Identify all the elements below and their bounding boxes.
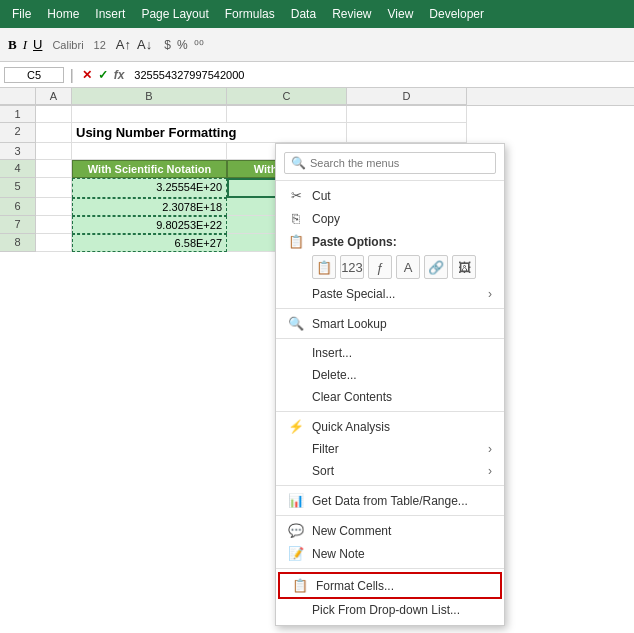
font-size-down[interactable]: A↓ [137,37,152,52]
cell-a4[interactable] [36,160,72,178]
menu-view[interactable]: View [380,3,422,25]
cell-b7[interactable]: 9.80253E+22 [72,216,227,234]
menu-page-layout[interactable]: Page Layout [133,3,216,25]
paste-icon-5[interactable]: 🔗 [424,255,448,279]
cell-a6[interactable] [36,198,72,216]
new-comment-label: New Comment [312,524,391,538]
smart-lookup-icon: 🔍 [288,316,304,331]
format-cells-icon: 📋 [292,578,308,593]
filter-menu-item[interactable]: Filter › [276,438,504,460]
cell-a1[interactable] [36,106,72,123]
menu-formulas[interactable]: Formulas [217,3,283,25]
separator [276,515,504,516]
cut-menu-item[interactable]: ✂ Cut [276,184,504,207]
column-headers: A B C D [0,88,634,106]
cell-b4[interactable]: With Scientific Notation [72,160,227,178]
pick-dropdown-menu-item[interactable]: Pick From Drop-down List... [276,599,504,621]
cell-a8[interactable] [36,234,72,252]
row-header-4[interactable]: 4 [0,160,36,178]
cell-b6[interactable]: 2.3078E+18 [72,198,227,216]
confirm-icon[interactable]: ✓ [96,68,110,82]
row-header-1[interactable]: 1 [0,106,36,123]
separator [276,338,504,339]
font-name[interactable]: Calibri [52,39,83,51]
cell-b5[interactable]: 3.25554E+20 [72,178,227,198]
col-header-c[interactable]: C [227,88,347,105]
get-data-label: Get Data from Table/Range... [312,494,468,508]
comma-icon[interactable]: ⁰⁰ [194,38,204,52]
format-cells-menu-item[interactable]: 📋 Format Cells... [278,572,502,599]
search-input[interactable] [310,157,489,169]
copy-icon: ⎘ [288,211,304,226]
font-size-up[interactable]: A↑ [116,37,131,52]
cell-a2[interactable] [36,123,72,143]
formula-bar: C5 | ✕ ✓ fx 325554327997542000 [0,62,634,88]
dollar-icon[interactable]: $ [164,38,171,52]
cell-d2[interactable] [347,123,467,143]
sort-label: Sort [312,464,334,478]
cell-d1[interactable] [347,106,467,123]
font-size[interactable]: 12 [94,39,106,51]
sort-arrow: › [488,464,492,478]
function-icon[interactable]: fx [112,68,127,82]
insert-menu-item[interactable]: Insert... [276,342,504,364]
cut-icon: ✂ [288,188,304,203]
paste-icon-2[interactable]: 123 [340,255,364,279]
formula-input[interactable]: 325554327997542000 [134,69,630,81]
bold-button[interactable]: B [8,37,17,53]
sort-menu-item[interactable]: Sort › [276,460,504,482]
new-comment-menu-item[interactable]: 💬 New Comment [276,519,504,542]
paste-special-label: Paste Special... [312,287,395,301]
separator [276,568,504,569]
paste-icons-row: 📋 123 ƒ A 🔗 🖼 [276,253,504,283]
menu-review[interactable]: Review [324,3,379,25]
menu-insert[interactable]: Insert [87,3,133,25]
delete-menu-item[interactable]: Delete... [276,364,504,386]
cell-c1[interactable] [227,106,347,123]
menu-file[interactable]: File [4,3,39,25]
cancel-icon[interactable]: ✕ [80,68,94,82]
menu-data[interactable]: Data [283,3,324,25]
cell-a5[interactable] [36,178,72,198]
col-header-a[interactable]: A [36,88,72,105]
context-menu: 🔍 ✂ Cut ⎘ Copy 📋 Paste Options: 📋 123 ƒ … [275,143,505,626]
clear-contents-menu-item[interactable]: Clear Contents [276,386,504,408]
italic-button[interactable]: I [23,37,27,53]
get-data-menu-item[interactable]: 📊 Get Data from Table/Range... [276,489,504,512]
cell-a3[interactable] [36,143,72,160]
col-header-d[interactable]: D [347,88,467,105]
cell-b8[interactable]: 6.58E+27 [72,234,227,252]
row-header-8[interactable]: 8 [0,234,36,252]
quick-analysis-icon: ⚡ [288,419,304,434]
row-header-6[interactable]: 6 [0,198,36,216]
menu-home[interactable]: Home [39,3,87,25]
cell-b2[interactable]: Using Number Formatting [72,123,347,143]
format-cells-label: Format Cells... [316,579,394,593]
cell-a7[interactable] [36,216,72,234]
smart-lookup-menu-item[interactable]: 🔍 Smart Lookup [276,312,504,335]
new-note-icon: 📝 [288,546,304,561]
cell-b3[interactable] [72,143,227,160]
row-header-2[interactable]: 2 [0,123,36,143]
row-header-3[interactable]: 3 [0,143,36,160]
get-data-icon: 📊 [288,493,304,508]
percent-icon[interactable]: % [177,38,188,52]
paste-icon-3[interactable]: ƒ [368,255,392,279]
copy-menu-item[interactable]: ⎘ Copy [276,207,504,230]
quick-analysis-label: Quick Analysis [312,420,390,434]
paste-special-menu-item[interactable]: Paste Special... › [276,283,504,305]
cell-b1[interactable] [72,106,227,123]
new-note-menu-item[interactable]: 📝 New Note [276,542,504,565]
row-header-7[interactable]: 7 [0,216,36,234]
col-header-b[interactable]: B [72,88,227,105]
name-box[interactable]: C5 [4,67,64,83]
underline-button[interactable]: U [33,37,42,52]
context-menu-search[interactable]: 🔍 [284,152,496,174]
quick-analysis-menu-item[interactable]: ⚡ Quick Analysis [276,415,504,438]
paste-icon-6[interactable]: 🖼 [452,255,476,279]
paste-icon-4[interactable]: A [396,255,420,279]
paste-icon-1[interactable]: 📋 [312,255,336,279]
row-header-5[interactable]: 5 [0,178,36,198]
spreadsheet-area: A B C D 1 2 Using Number Formatting 3 [0,88,634,252]
menu-developer[interactable]: Developer [421,3,492,25]
